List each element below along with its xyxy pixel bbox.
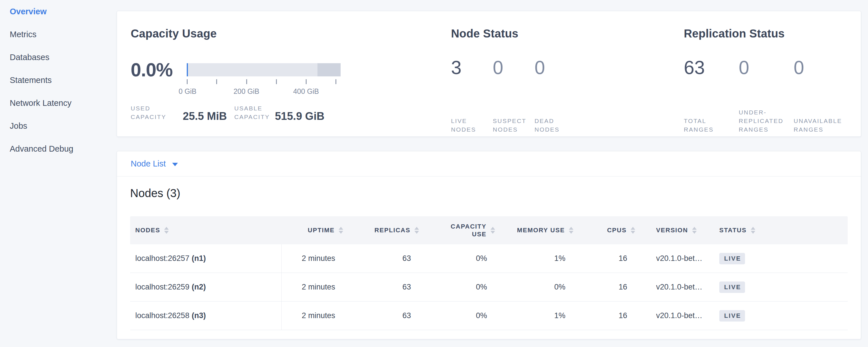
- column-header-cpus[interactable]: CPUS: [574, 227, 635, 234]
- under-replicated-ranges-label: UNDER-REPLICATED RANGES: [739, 108, 794, 134]
- suspect-nodes-stat: 0 SUSPECT NODES: [493, 57, 534, 134]
- node-address-cell[interactable]: localhost:26259 (n2): [130, 273, 282, 301]
- sidebar-item-jobs[interactable]: Jobs: [0, 115, 117, 137]
- version-cell: v20.1.0-bet…: [635, 302, 717, 330]
- nodes-table-header: NODES UPTIME REPLICAS CAPACITY USE: [130, 216, 848, 244]
- live-nodes-value: 3: [451, 57, 493, 78]
- table-row-node-3[interactable]: localhost:26258 (n3) 2 minutes 63 0% 1% …: [130, 302, 848, 330]
- under-replicated-ranges-stat: 0 UNDER-REPLICATED RANGES: [739, 57, 794, 134]
- replicas-cell: 63: [343, 244, 419, 273]
- sidebar-item-metrics[interactable]: Metrics: [0, 23, 117, 46]
- uptime-cell: 2 minutes: [282, 302, 343, 330]
- capacity-use-cell: 0%: [419, 302, 495, 330]
- uptime-cell: 2 minutes: [282, 273, 343, 301]
- status-badge: LIVE: [719, 310, 745, 321]
- node-id: (n1): [192, 254, 206, 263]
- node-list-dropdown-label: Node List: [131, 159, 166, 168]
- dead-nodes-stat: 0 DEAD NODES: [534, 57, 576, 134]
- node-address: localhost:26259: [135, 283, 189, 291]
- status-badge: LIVE: [719, 282, 745, 293]
- table-row-node-1[interactable]: localhost:26257 (n1) 2 minutes 63 0% 1% …: [130, 244, 848, 273]
- sort-icon: [491, 227, 495, 234]
- cluster-summary-card: Capacity Usage 0.0%: [117, 11, 861, 137]
- sidebar-item-network-latency[interactable]: Network Latency: [0, 92, 117, 115]
- column-header-memory-use[interactable]: MEMORY USE: [495, 227, 574, 234]
- unavailable-ranges-label: UNAVAILABLE RANGES: [794, 117, 848, 134]
- sidebar-item-advanced-debug[interactable]: Advanced Debug: [0, 137, 117, 160]
- sidebar-item-databases[interactable]: Databases: [0, 46, 117, 69]
- capacity-used-percent: 0.0%: [131, 59, 187, 81]
- capacity-bar-reserved-segment: [317, 63, 341, 76]
- status-cell: LIVE: [717, 244, 848, 273]
- sort-icon: [569, 227, 574, 234]
- sort-icon: [692, 227, 697, 234]
- used-capacity-label: USED CAPACITY: [131, 104, 179, 121]
- cpus-cell: 16: [574, 244, 635, 273]
- column-label: STATUS: [719, 227, 747, 234]
- usable-capacity-label: USABLE CAPACITY: [234, 104, 271, 121]
- version-cell: v20.1.0-bet…: [635, 244, 717, 273]
- live-nodes-stat: 3 LIVE NODES: [451, 57, 493, 134]
- node-id: (n2): [192, 283, 206, 291]
- table-row-node-2[interactable]: localhost:26259 (n2) 2 minutes 63 0% 0% …: [130, 273, 848, 302]
- axis-label-200gib: 200 GiB: [234, 87, 259, 96]
- axis-tick: [246, 79, 247, 84]
- uptime-cell: 2 minutes: [282, 244, 343, 273]
- column-header-capacity-use[interactable]: CAPACITY USE: [419, 223, 495, 238]
- axis-tick: [306, 79, 307, 84]
- node-address: localhost:26258: [135, 311, 189, 320]
- used-capacity-stat: USED CAPACITY 25.5 MiB: [131, 104, 227, 121]
- unavailable-ranges-stat: 0 UNAVAILABLE RANGES: [794, 57, 848, 134]
- capacity-bar-used-segment: [187, 63, 188, 76]
- version-cell: v20.1.0-bet…: [635, 273, 717, 301]
- column-header-nodes[interactable]: NODES: [130, 227, 282, 234]
- node-status-stats: 3 LIVE NODES 0 SUSPECT NODES 0 DEAD NODE…: [451, 57, 684, 134]
- column-header-status[interactable]: STATUS: [717, 227, 848, 234]
- sort-icon: [339, 227, 343, 234]
- replication-status-title: Replication Status: [684, 27, 861, 40]
- axis-tick: [216, 79, 217, 84]
- column-header-replicas[interactable]: REPLICAS: [343, 227, 419, 234]
- capacity-bar-track: [187, 63, 341, 76]
- live-nodes-label: LIVE NODES: [451, 117, 493, 134]
- node-id: (n3): [192, 311, 206, 320]
- suspect-nodes-label: SUSPECT NODES: [493, 117, 534, 134]
- usable-capacity-value: 515.9 GiB: [275, 111, 324, 121]
- used-capacity-value: 25.5 MiB: [183, 111, 227, 121]
- status-cell: LIVE: [717, 302, 848, 330]
- sort-icon: [414, 227, 419, 234]
- cpus-cell: 16: [574, 273, 635, 301]
- cpus-cell: 16: [574, 302, 635, 330]
- sort-icon: [751, 227, 755, 234]
- nodes-section: Nodes (3) NODES UPTIME REPLICAS: [117, 177, 861, 330]
- node-list-dropdown[interactable]: Node List: [117, 151, 861, 177]
- axis-label-0gib: 0 GiB: [179, 87, 196, 96]
- capacity-usage-title: Capacity Usage: [131, 27, 451, 40]
- chevron-down-icon: [172, 163, 178, 166]
- column-label: MEMORY USE: [517, 227, 565, 234]
- capacity-bar: 0 GiB 200 GiB 400 GiB: [187, 63, 341, 76]
- under-replicated-ranges-value: 0: [739, 57, 794, 78]
- column-label: NODES: [135, 227, 160, 234]
- node-address-cell[interactable]: localhost:26257 (n1): [130, 244, 282, 273]
- capacity-axis-labels: 0 GiB 200 GiB 400 GiB: [187, 87, 341, 95]
- axis-tick: [276, 79, 277, 84]
- column-label: CAPACITY USE: [448, 223, 487, 238]
- main-content: Capacity Usage 0.0%: [117, 0, 868, 339]
- column-header-version[interactable]: VERSION: [635, 227, 717, 234]
- capacity-stats: USED CAPACITY 25.5 MiB USABLE CAPACITY 5…: [131, 104, 451, 121]
- nodes-table: NODES UPTIME REPLICAS CAPACITY USE: [130, 216, 848, 330]
- sort-icon: [164, 227, 169, 234]
- sidebar-item-statements[interactable]: Statements: [0, 69, 117, 92]
- dead-nodes-value: 0: [534, 57, 576, 78]
- column-label: UPTIME: [308, 227, 335, 234]
- node-address-cell[interactable]: localhost:26258 (n3): [130, 302, 282, 330]
- column-label: REPLICAS: [374, 227, 410, 234]
- replicas-cell: 63: [343, 273, 419, 301]
- sidebar-item-overview[interactable]: Overview: [0, 0, 117, 23]
- nodes-heading: Nodes (3): [130, 187, 848, 200]
- axis-tick: [336, 79, 336, 84]
- column-header-uptime[interactable]: UPTIME: [282, 227, 343, 234]
- memory-use-cell: 0%: [495, 273, 574, 301]
- capacity-use-cell: 0%: [419, 244, 495, 273]
